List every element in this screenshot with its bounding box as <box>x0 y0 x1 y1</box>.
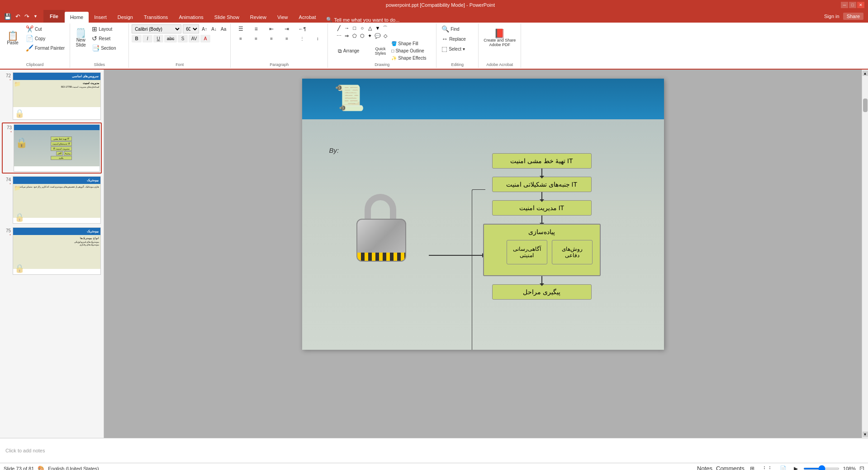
shape-more[interactable]: ▼ <box>374 24 381 32</box>
new-slide-button[interactable]: 🗒️ New Slide <box>73 24 89 52</box>
select-button[interactable]: ⬚ Select ▾ <box>439 44 475 53</box>
undo-quick-icon[interactable]: ↶ <box>14 13 22 20</box>
shape-rect[interactable]: □ <box>351 24 358 32</box>
increase-font-button[interactable]: A↑ <box>200 26 209 33</box>
scrollbar-thumb[interactable] <box>863 99 868 112</box>
shape-flowchart[interactable]: ◇ <box>382 32 389 39</box>
slide-thumb-75[interactable]: 75 * بیومتریک انواع بیومتریک‌ها بیومتریک… <box>2 226 102 276</box>
layout-button[interactable]: ⊞ Layout <box>90 24 126 33</box>
slide-thumb-72[interactable]: 72 * سرویس‌های اساسی مدیریت امنیت استاند… <box>2 71 102 121</box>
zoom-slider[interactable] <box>803 468 840 470</box>
align-right-button[interactable]: ≡ <box>264 35 279 42</box>
copy-button[interactable]: 📄 Copy <box>24 34 67 43</box>
close-button[interactable]: ✕ <box>857 2 864 8</box>
shape-misc[interactable]: ✦ <box>366 32 374 39</box>
shape-effects-button[interactable]: ✨ Shape Effects <box>389 55 428 61</box>
sign-in-button[interactable]: Sign in <box>824 14 840 19</box>
shape-hex[interactable]: ⬡ <box>359 32 366 39</box>
fit-window-button[interactable]: ⊡ <box>859 465 864 470</box>
slide-thumb-73[interactable]: 73 * IT تهیه خط مشی IT جنبه‌های امنیت مد… <box>2 122 102 174</box>
tab-view[interactable]: View <box>272 12 294 23</box>
redo-quick-icon[interactable]: ↷ <box>23 13 31 20</box>
tab-transitions[interactable]: Transitions <box>138 12 173 23</box>
shape-oval[interactable]: ○ <box>359 24 366 32</box>
replace-button[interactable]: ↔️ Replace <box>439 34 475 43</box>
tab-review[interactable]: Review <box>245 12 272 23</box>
minimize-button[interactable]: ─ <box>841 2 848 8</box>
tab-animations[interactable]: Animations <box>173 12 209 23</box>
slide-thumb-74[interactable]: 74 * بیومتریک هاری بیوماتیک، گروهی از تخ… <box>2 175 102 225</box>
bold-button[interactable]: B <box>132 35 142 42</box>
sub-item-1: روش‌هایدفاعی <box>552 240 593 264</box>
tab-acrobat[interactable]: Acrobat <box>294 12 322 23</box>
shape-fill-button[interactable]: 🪣 Shape Fill <box>389 40 428 47</box>
format-painter-button[interactable]: 🖌️ Format Painter <box>24 43 67 52</box>
bullets-button[interactable]: ☰ <box>233 24 248 33</box>
shape-callout[interactable]: 💬 <box>374 32 381 39</box>
shape-line[interactable]: ╱ <box>336 24 343 32</box>
save-quick-icon[interactable]: 💾 <box>3 13 13 20</box>
tab-file[interactable]: File <box>43 10 65 23</box>
shape-pentagon[interactable]: ⬠ <box>351 32 358 39</box>
shape-arrow[interactable]: → <box>343 24 351 32</box>
create-adobe-pdf-button[interactable]: 📕 Create and Share Adobe PDF <box>481 24 518 52</box>
flow-arrow-4 <box>541 276 542 284</box>
slides-group: 🗒️ New Slide ⊞ Layout ↺ Reset 📑 Section … <box>70 24 129 68</box>
align-center-button[interactable]: ≡ <box>249 35 263 42</box>
rtl-button[interactable]: ←¶ <box>295 24 309 33</box>
align-left-button[interactable]: ≡ <box>233 35 248 42</box>
columns-button[interactable]: ⋮ <box>295 35 309 42</box>
line-spacing-button[interactable]: ↕ <box>310 35 325 42</box>
customize-quick-icon[interactable]: ▼ <box>32 14 39 19</box>
underline-button[interactable]: U <box>153 35 163 42</box>
tab-home[interactable]: Home <box>65 12 89 23</box>
reading-view-button[interactable]: 📄 <box>778 465 788 470</box>
indent-decrease-button[interactable]: ⇤ <box>264 24 279 33</box>
paste-button[interactable]: 📋 Paste <box>3 24 23 52</box>
reset-button[interactable]: ↺ Reset <box>90 34 126 43</box>
restore-button[interactable]: □ <box>849 2 856 8</box>
shadow-button[interactable]: S <box>178 35 188 42</box>
tab-slideshow[interactable]: Slide Show <box>209 12 245 23</box>
normal-view-button[interactable]: ⊞ <box>748 465 756 470</box>
quick-access-toolbar: 💾 ↶ ↷ ▼ <box>0 11 42 21</box>
tab-design[interactable]: Design <box>112 12 138 23</box>
strikethrough-button[interactable]: abc <box>164 35 177 42</box>
lock-image <box>356 219 406 262</box>
find-button[interactable]: 🔍 Find <box>439 24 475 33</box>
vertical-scrollbar[interactable]: ▲ ▼ <box>862 70 868 438</box>
slide-sorter-button[interactable]: ⋮⋮ <box>760 465 774 470</box>
shape-triangle[interactable]: △ <box>366 24 374 32</box>
italic-button[interactable]: I <box>142 35 152 42</box>
clear-format-button[interactable]: Aa <box>219 26 228 33</box>
indent-increase-button[interactable]: ⇥ <box>280 24 294 33</box>
zoom-level[interactable]: 108% <box>843 466 856 470</box>
comments-status-button[interactable]: Comments <box>716 465 745 470</box>
tab-insert[interactable]: Insert <box>89 12 112 23</box>
notes-status-button[interactable]: Notes <box>697 465 712 470</box>
font-name-select[interactable]: Calibri (Body) <box>132 24 181 33</box>
ribbon-tabs: File Home Insert Design Transitions Anim… <box>42 10 820 23</box>
arrange-button[interactable]: ⧉ Arrange <box>336 47 372 55</box>
section-button[interactable]: 📑 Section <box>90 43 126 52</box>
shape-outline-button[interactable]: □ Shape Outline <box>389 47 428 54</box>
font-size-select[interactable]: 60 <box>183 24 199 33</box>
shape-block-arrow[interactable]: ⇒ <box>343 32 351 39</box>
tell-me-box[interactable]: 🔍 Tell me what you want to do... <box>322 17 404 23</box>
app-title: powerpoint.ppt [Compatibility Mode] - Po… <box>386 2 495 8</box>
justify-button[interactable]: ≡ <box>280 35 294 42</box>
shape-connector[interactable]: ⋯ <box>336 32 343 39</box>
notes-placeholder[interactable]: Click to add notes <box>5 448 45 453</box>
slide-canvas[interactable]: 📜 By: IT تهیهٔ خط مشی امنیت IT جنبه‌ه <box>302 79 664 350</box>
language-label[interactable]: English (United States) <box>48 466 99 470</box>
shape-curve[interactable]: ⌒ <box>382 24 389 32</box>
char-spacing-button[interactable]: AV <box>189 35 199 42</box>
share-button[interactable]: Share <box>843 13 863 20</box>
numbering-button[interactable]: ≡ <box>249 24 263 33</box>
slideshow-button[interactable]: ▶ <box>792 465 800 470</box>
notes-area[interactable]: Click to add notes <box>0 438 868 463</box>
cut-button[interactable]: ✂️ Cut <box>24 24 67 33</box>
quick-styles-button[interactable]: Quick Styles <box>373 45 389 57</box>
decrease-font-button[interactable]: A↓ <box>210 26 218 33</box>
font-color-button[interactable]: A <box>200 35 210 42</box>
